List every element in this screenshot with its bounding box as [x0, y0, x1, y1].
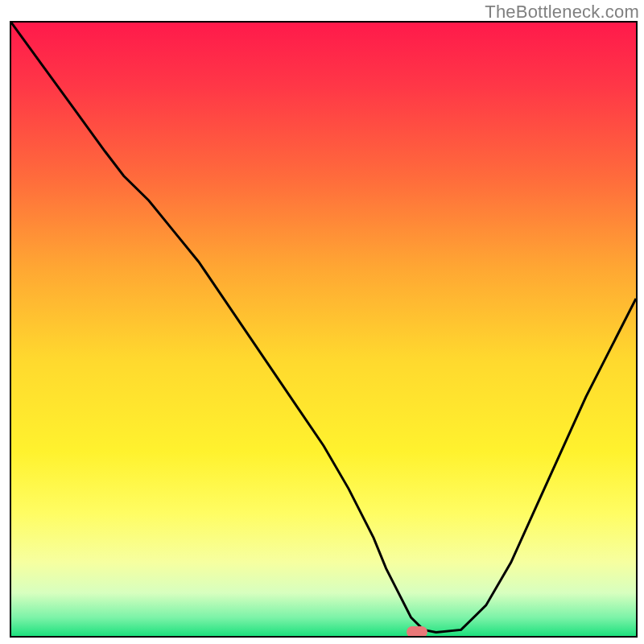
plot-frame [10, 21, 638, 638]
curve-path [11, 23, 636, 632]
chart-stage: TheBottleneck.com [0, 0, 644, 644]
bottleneck-curve [11, 23, 636, 636]
optimal-marker [407, 626, 427, 638]
watermark-text: TheBottleneck.com [485, 2, 639, 23]
